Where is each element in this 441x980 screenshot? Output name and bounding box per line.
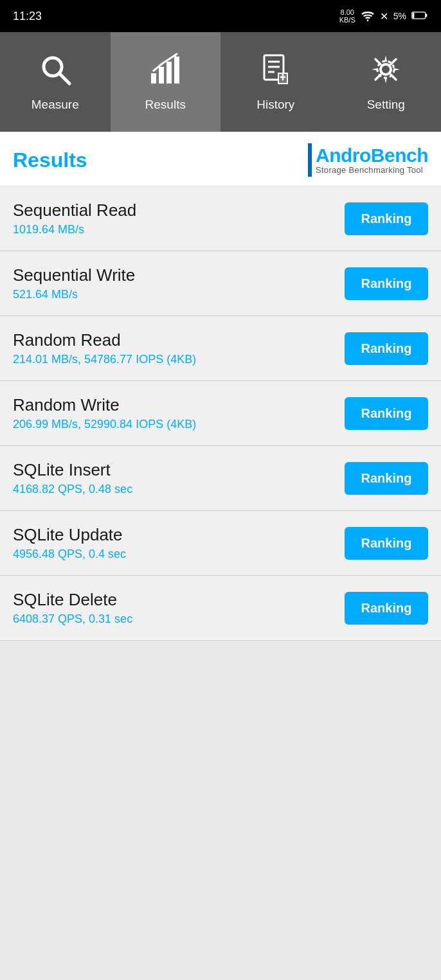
result-name: Sequential Write [13,265,345,285]
brand-text: AndroBench Storage Benchmarking Tool [316,145,428,175]
result-name: Random Write [13,395,345,415]
results-list: Sequential Read 1019.64 MB/s Ranking Seq… [0,186,441,641]
result-item-sqlite-insert: SQLite Insert 4168.82 QPS, 0.48 sec Rank… [0,446,441,511]
wifi-icon [361,10,375,23]
brand-name: AndroBench [316,145,428,166]
result-item-random-write: Random Write 206.99 MB/s, 52990.84 IOPS … [0,381,441,446]
svg-rect-6 [151,73,156,84]
brand-logo: AndroBench Storage Benchmarking Tool [308,143,428,177]
result-value: 4956.48 QPS, 0.4 sec [13,548,345,561]
result-value: 214.01 MB/s, 54786.77 IOPS (4KB) [13,353,345,366]
data-speed: 8.00 KB/S [339,8,356,24]
result-value: 206.99 MB/s, 52990.84 IOPS (4KB) [13,418,345,431]
battery-icon [411,11,428,22]
tab-results-label: Results [145,98,186,112]
ranking-button-random-write[interactable]: Ranking [345,397,428,430]
result-item-sequential-read: Sequential Read 1019.64 MB/s Ranking [0,186,441,251]
ranking-button-sequential-read[interactable]: Ranking [345,202,428,235]
result-value: 1019.64 MB/s [13,223,345,236]
result-info: Sequential Write 521.64 MB/s [13,265,345,301]
chart-icon [148,53,182,91]
tab-history[interactable]: History [221,32,331,132]
result-info: SQLite Insert 4168.82 QPS, 0.48 sec [13,460,345,496]
svg-point-0 [366,19,368,21]
result-name: SQLite Insert [13,460,345,480]
result-item-sequential-write: Sequential Write 521.64 MB/s Ranking [0,251,441,316]
result-info: SQLite Delete 6408.37 QPS, 0.31 sec [13,590,345,626]
result-info: Sequential Read 1019.64 MB/s [13,200,345,236]
page-header: Results AndroBench Storage Benchmarking … [0,132,441,186]
nav-tabs: Measure Results [0,32,441,132]
result-item-sqlite-update: SQLite Update 4956.48 QPS, 0.4 sec Ranki… [0,511,441,576]
result-info: Random Read 214.01 MB/s, 54786.77 IOPS (… [13,330,345,366]
result-value: 6408.37 QPS, 0.31 sec [13,612,345,626]
tab-measure[interactable]: Measure [0,32,111,132]
svg-rect-2 [426,13,428,17]
status-bar-right: 8.00 KB/S ✕ 5% [339,8,428,24]
result-value: 521.64 MB/s [13,288,345,301]
gear-icon [369,53,402,91]
tab-measure-label: Measure [32,98,79,112]
svg-rect-3 [413,12,415,18]
time-display: 11:23 [13,10,42,23]
result-item-random-read: Random Read 214.01 MB/s, 54786.77 IOPS (… [0,316,441,381]
search-icon [39,53,72,91]
page-title: Results [13,148,87,172]
tab-setting[interactable]: Setting [331,32,442,132]
ranking-button-sqlite-update[interactable]: Ranking [345,527,428,560]
ranking-button-sqlite-delete[interactable]: Ranking [345,592,428,625]
svg-rect-7 [159,67,164,84]
result-item-sqlite-delete: SQLite Delete 6408.37 QPS, 0.31 sec Rank… [0,576,441,641]
battery-display: 5% [393,11,406,21]
empty-space [0,641,441,898]
ranking-button-sequential-write[interactable]: Ranking [345,267,428,300]
result-name: Random Read [13,330,345,350]
result-name: SQLite Update [13,525,345,545]
svg-line-5 [59,73,69,84]
ranking-button-sqlite-insert[interactable]: Ranking [345,462,428,495]
brand-subtitle: Storage Benchmarking Tool [316,166,428,175]
result-info: SQLite Update 4956.48 QPS, 0.4 sec [13,525,345,561]
result-name: Sequential Read [13,200,345,220]
status-bar: 11:23 8.00 KB/S ✕ 5% [0,0,441,32]
tab-setting-label: Setting [367,98,405,112]
svg-rect-9 [174,57,179,84]
svg-rect-8 [166,62,172,84]
ranking-button-random-read[interactable]: Ranking [345,332,428,365]
result-value: 4168.82 QPS, 0.48 sec [13,483,345,496]
signal-icon: ✕ [380,10,388,22]
tab-results[interactable]: Results [111,32,221,132]
tab-history-label: History [256,98,294,112]
result-name: SQLite Delete [13,590,345,610]
svg-point-15 [381,64,391,75]
document-icon [259,53,292,91]
result-info: Random Write 206.99 MB/s, 52990.84 IOPS … [13,395,345,431]
brand-bar [308,143,312,177]
